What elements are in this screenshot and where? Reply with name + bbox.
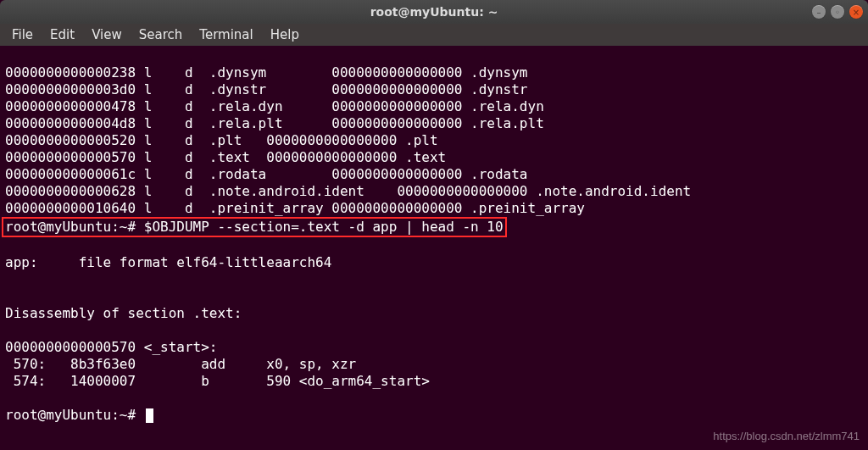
symbol-row: 0000000000000628 l d .note.android.ident… [5,183,691,199]
menu-edit[interactable]: Edit [42,25,83,45]
symbol-row: 0000000000010640 l d .preinit_array 0000… [5,200,585,216]
menu-search[interactable]: Search [131,25,192,45]
close-button[interactable]: × [849,5,863,19]
cursor [146,408,153,423]
menubar: File Edit View Search Terminal Help [0,24,868,46]
start-label: 0000000000000570 <_start>: [5,339,217,355]
disassembly-header: Disassembly of section .text: [5,305,242,321]
symbol-row: 0000000000000238 l d .dynsym 00000000000… [5,64,528,81]
window-titlebar: root@myUbuntu: ~ – ◦ × [0,0,868,24]
symbol-row: 00000000000004d8 l d .rela.plt 000000000… [5,115,544,131]
symbol-row: 000000000000061c l d .rodata 00000000000… [5,166,528,182]
window-title: root@myUbuntu: ~ [0,5,868,19]
menu-view[interactable]: View [83,25,131,45]
symbol-row: 00000000000003d0 l d .dynstr 00000000000… [5,81,528,97]
watermark: https://blog.csdn.net/zlmm741 [713,428,860,445]
instruction-row: 574: 14000007 b 590 <do_arm64_start> [5,373,430,389]
menu-file[interactable]: File [3,25,42,45]
shell-command: $OBJDUMP --section=.text -d app | head -… [144,219,504,235]
symbol-row: 0000000000000520 l d .plt 00000000000000… [5,132,438,148]
symbol-row: 0000000000000570 l d .text 0000000000000… [5,149,446,165]
menu-terminal[interactable]: Terminal [191,25,261,45]
highlighted-command-line: root@myUbuntu:~# $OBJDUMP --section=.tex… [2,217,507,237]
minimize-button[interactable]: – [812,5,826,19]
menu-help[interactable]: Help [262,25,308,45]
shell-prompt: root@myUbuntu:~# [5,407,144,423]
maximize-button[interactable]: ◦ [831,5,844,19]
instruction-row: 570: 8b3f63e0 add x0, sp, xzr [5,356,356,372]
terminal-view[interactable]: 0000000000000238 l d .dynsym 00000000000… [0,46,868,450]
symbol-row: 0000000000000478 l d .rela.dyn 000000000… [5,98,544,114]
shell-prompt: root@myUbuntu:~# [5,219,144,235]
file-format-line: app: file format elf64-littleaarch64 [5,254,331,270]
window-controls: – ◦ × [812,5,863,19]
